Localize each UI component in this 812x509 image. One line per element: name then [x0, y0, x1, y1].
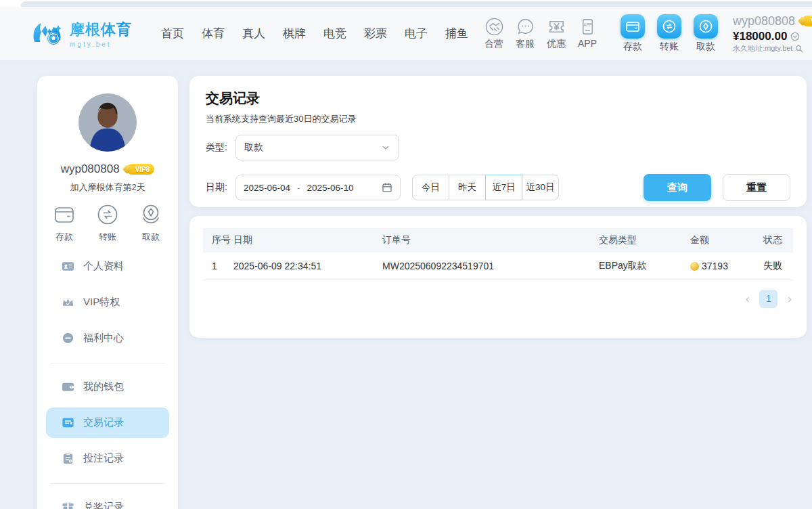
quick-withdraw-label: 取款: [142, 231, 160, 243]
quick-range-group: 今日 昨天 近7日 近30日: [412, 175, 559, 200]
chevron-down-icon: [381, 143, 390, 152]
quick-withdraw-button[interactable]: 取款: [138, 202, 164, 243]
transfer-button[interactable]: 转账: [653, 14, 685, 53]
deposit-wallet-icon: [51, 202, 77, 227]
sidebar-item-vip[interactable]: VIP特权: [46, 291, 169, 313]
promo-button[interactable]: 优惠: [542, 17, 570, 50]
main-nav: 首页 体育 真人 棋牌 电竞 彩票 电子 捕鱼: [152, 20, 477, 47]
range-30days-button[interactable]: 近30日: [522, 175, 559, 200]
refresh-balance-icon[interactable]: [790, 32, 800, 41]
prev-page-arrow[interactable]: ‹: [746, 293, 750, 305]
sidebar-item-label: 兑奖记录: [83, 501, 124, 509]
site-header: 摩根体育 mgty.bet 首页 体育 真人 棋牌 电竞 彩票 电子 捕鱼 合营: [0, 7, 812, 61]
header-gray-tools: 合营 客服 优惠 APP APP: [477, 17, 602, 50]
header-blue-tools: 存款 转账 取款: [612, 14, 722, 53]
page-number[interactable]: 1: [759, 290, 777, 308]
quick-deposit-label: 存款: [55, 231, 73, 243]
col-date: 日期: [233, 228, 382, 252]
cell-amount: 37193: [690, 252, 763, 280]
quick-transfer-label: 转账: [99, 231, 116, 243]
sidebar-item-welfare[interactable]: 福利中心: [46, 327, 169, 349]
id-card-icon: [62, 260, 74, 273]
transfer-label: 转账: [660, 41, 679, 53]
magnifier-icon[interactable]: [795, 45, 803, 53]
gold-coin-icon: [690, 262, 699, 271]
bet-record-icon: B: [62, 452, 74, 465]
deposit-label: 存款: [623, 41, 642, 53]
promo-yen-icon: [547, 17, 566, 37]
support-label: 客服: [516, 38, 535, 50]
pagination: ‹ 1 ›: [203, 290, 793, 308]
deposit-wallet-icon: [621, 14, 645, 39]
nav-item-lottery[interactable]: 彩票: [355, 20, 396, 47]
sidebar-item-wallet[interactable]: 我的钱包: [46, 376, 169, 398]
next-page-arrow[interactable]: ›: [788, 293, 792, 305]
deposit-button[interactable]: 存款: [616, 14, 649, 53]
reset-button[interactable]: 重置: [723, 174, 790, 201]
table-row: 1 2025-06-09 22:34:51 MW2025060922345197…: [203, 252, 793, 280]
quick-transfer-button[interactable]: 转账: [95, 202, 120, 243]
table-header-row: 序号 日期 订单号 交易类型 金额 状态: [203, 228, 793, 252]
sidebar-item-label: 福利中心: [83, 332, 124, 345]
cell-index: 1: [203, 252, 233, 280]
calendar-icon: [382, 182, 392, 193]
query-button[interactable]: 查询: [644, 174, 711, 201]
withdraw-button[interactable]: 取款: [690, 14, 722, 53]
type-select[interactable]: 取款: [235, 135, 399, 160]
support-chat-icon: [516, 17, 535, 37]
sidebar-item-label: VIP特权: [83, 296, 120, 309]
sidebar-item-label: 我的钱包: [83, 380, 124, 393]
username: wyp080808: [61, 162, 120, 176]
filter-card: 交易记录 当前系统支持查询最近30日的交易记录 类型: 取款 日期: 2025-…: [189, 76, 807, 207]
sidebar-quick-actions: 存款 转账 取款: [37, 202, 178, 243]
records-table: 序号 日期 订单号 交易类型 金额 状态 1 2025-06-09 22:34:…: [203, 228, 793, 280]
main-content: 交易记录 当前系统支持查询最近30日的交易记录 类型: 取款 日期: 2025-…: [189, 76, 807, 338]
brand-text: 摩根体育 mgty.bet: [70, 20, 132, 48]
records-card: 序号 日期 订单号 交易类型 金额 状态 1 2025-06-09 22:34:…: [189, 216, 807, 338]
range-today-button[interactable]: 今日: [412, 175, 449, 200]
sidebar-item-profile[interactable]: 个人资料: [46, 255, 169, 278]
balance-amount: ¥18000.00: [733, 30, 787, 43]
nav-item-live[interactable]: 真人: [233, 20, 274, 47]
withdraw-icon: [138, 202, 164, 227]
partner-label: 合营: [484, 38, 503, 50]
nav-item-slots[interactable]: 电子: [396, 20, 436, 47]
page-title: 交易记录: [206, 89, 790, 108]
user-summary: wyp080808 VIP8 ¥18000.00 永久地址:mgty.bet: [733, 14, 812, 53]
menu-divider: [50, 483, 165, 484]
wallet-icon: [62, 380, 74, 393]
address-row: 永久地址:mgty.bet: [733, 44, 812, 53]
promo-label: 优惠: [547, 38, 566, 50]
brand-logo[interactable]: 摩根体育 mgty.bet: [30, 16, 144, 51]
range-7days-button[interactable]: 近7日: [485, 175, 522, 200]
amount-value: 37193: [702, 261, 728, 271]
support-button[interactable]: 客服: [511, 17, 539, 50]
sidebar-item-prizes[interactable]: 兑奖记录: [46, 496, 169, 509]
date-range-picker[interactable]: 2025-06-04 - 2025-06-10: [235, 175, 401, 200]
nav-item-cards[interactable]: 棋牌: [274, 20, 315, 47]
brand-name: 摩根体育: [70, 20, 132, 40]
nav-item-home[interactable]: 首页: [152, 20, 193, 47]
nav-item-fishing[interactable]: 捕鱼: [436, 20, 477, 47]
page-subtitle: 当前系统支持查询最近30日的交易记录: [206, 113, 790, 125]
range-yesterday-button[interactable]: 昨天: [449, 175, 486, 200]
vip-badge: VIP8: [127, 164, 155, 175]
withdraw-icon: [694, 14, 718, 39]
partner-button[interactable]: 合营: [480, 17, 508, 50]
user-name-row: wyp080808 VIP8: [733, 14, 812, 28]
sidebar-avatar[interactable]: [78, 93, 137, 152]
avatar-image: [78, 93, 137, 152]
sidebar-item-label: 投注记录: [83, 452, 124, 465]
nav-item-sports[interactable]: 体育: [193, 20, 233, 47]
type-label: 类型:: [206, 141, 235, 154]
nav-item-esports[interactable]: 电竞: [315, 20, 355, 47]
sidebar-item-transactions[interactable]: 交易记录: [46, 407, 169, 438]
quick-deposit-button[interactable]: 存款: [51, 202, 77, 243]
browser-top-strip: [0, 0, 812, 7]
brand-domain: mgty.bet: [70, 41, 132, 48]
app-button[interactable]: APP APP: [573, 17, 602, 50]
sidebar-item-bets[interactable]: B 投注记录: [46, 447, 169, 470]
prize-record-icon: [62, 501, 74, 509]
sidebar-item-label: 个人资料: [83, 260, 124, 273]
welfare-coin-icon: [62, 332, 74, 345]
